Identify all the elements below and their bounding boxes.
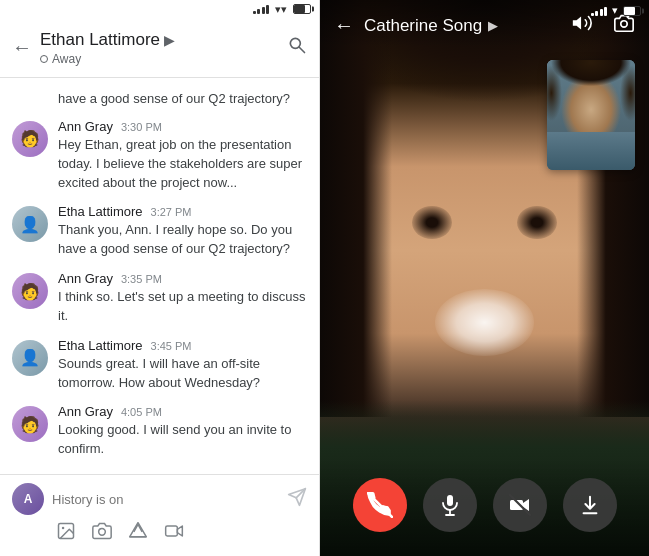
video-contact-dropdown: ▶ [488,18,498,33]
smile-highlight [435,289,534,356]
svg-marker-6 [573,17,581,30]
status-bar-right: ▾ [591,4,642,17]
message-content: Ann Gray 3:30 PM Hey Ethan, great job on… [58,119,307,193]
table-row: 👤 Etha Lattimore 3:45 PM Sounds great. I… [0,332,319,399]
video-controls-bottom [320,458,649,556]
chat-input-bar: A [0,474,319,556]
wifi-icon: ▾▾ [275,3,287,16]
video-panel: ▾ ← Catherine Song ▶ [320,0,649,556]
avatar: 👤 [12,340,48,376]
message-text: Hey Ethan, great job on the presentation… [58,136,307,193]
table-row: 🧑 Ann Gray 3:35 PM I think so. Let's set… [0,265,319,332]
mute-button[interactable] [423,478,477,532]
image-button[interactable] [56,521,76,546]
status-indicator [40,55,48,63]
send-button[interactable] [287,487,307,512]
messages-list: have a good sense of our Q2 trajectory? … [0,78,319,474]
svg-point-3 [62,527,65,530]
svg-line-1 [300,48,305,53]
chat-status: Away [40,52,287,66]
drive-button[interactable] [128,521,148,546]
svg-rect-5 [166,526,178,536]
battery-icon-right [623,6,641,16]
signal-icon-right [591,6,608,16]
app-container: ▾▾ ← Ethan Lattimore ▶ Away [0,0,649,556]
chat-input-row: A [12,483,307,515]
message-truncated: have a good sense of our Q2 trajectory? [0,86,319,113]
message-time: 3:30 PM [121,121,162,133]
chat-header: ← Ethan Lattimore ▶ Away [0,18,319,78]
table-row: 👤 Etha Lattimore 3:27 PM Thank you, Ann.… [0,198,319,265]
message-content: Ann Gray 3:35 PM I think so. Let's set u… [58,271,307,326]
svg-rect-9 [447,495,453,506]
message-content: Ann Gray 4:05 PM Looking good. I will se… [58,404,307,459]
self-view [547,60,635,170]
search-button[interactable] [287,35,307,60]
video-button[interactable] [164,521,184,546]
message-time: 3:27 PM [151,206,192,218]
message-time: 3:45 PM [151,340,192,352]
chat-contact-name[interactable]: Ethan Lattimore ▶ [40,30,287,50]
avatar: 🧑 [12,273,48,309]
message-text: Sounds great. I will have an off-site to… [58,355,307,393]
chat-header-info: Ethan Lattimore ▶ Away [40,30,287,66]
table-row: 🧑 Ann Gray 4:05 PM Looking good. I will … [0,398,319,465]
signal-icon [253,4,270,14]
eye-right [517,206,556,239]
message-sender: Ann Gray [58,271,113,286]
svg-point-7 [621,21,627,27]
message-content: Etha Lattimore 3:45 PM Sounds great. I w… [58,338,307,393]
avatar: 🧑 [12,121,48,157]
contact-dropdown-icon: ▶ [164,32,175,48]
message-time: 3:35 PM [121,273,162,285]
chat-panel: ▾▾ ← Ethan Lattimore ▶ Away [0,0,320,556]
message-text: Looking good. I will send you an invite … [58,421,307,459]
hair-left [320,0,392,417]
message-input[interactable] [52,492,279,507]
avatar: 🧑 [12,406,48,442]
svg-point-4 [99,529,106,536]
camera-button[interactable] [92,521,112,546]
battery-icon [293,4,311,14]
self-view-shirt [547,132,635,171]
user-avatar: A [12,483,44,515]
wifi-icon-right: ▾ [612,4,618,17]
message-sender: Ann Gray [58,119,113,134]
message-time: 4:05 PM [121,406,162,418]
chat-toolbar [12,515,307,548]
back-button[interactable]: ← [12,36,32,59]
message-content: Etha Lattimore 3:27 PM Thank you, Ann. I… [58,204,307,259]
video-back-button[interactable]: ← [334,14,354,37]
message-text: I think so. Let's set up a meeting to di… [58,288,307,326]
avatar: 👤 [12,206,48,242]
video-contact-name: Catherine Song ▶ [364,16,571,36]
end-call-button[interactable] [353,478,407,532]
message-text: Thank you, Ann. I really hope so. Do you… [58,221,307,259]
more-button[interactable] [563,478,617,532]
svg-point-0 [290,38,300,48]
message-sender: Etha Lattimore [58,204,143,219]
video-off-button[interactable] [493,478,547,532]
message-sender: Etha Lattimore [58,338,143,353]
table-row: 🧑 Ann Gray 3:30 PM Hey Ethan, great job … [0,113,319,199]
eye-left [412,206,451,239]
message-sender: Ann Gray [58,404,113,419]
